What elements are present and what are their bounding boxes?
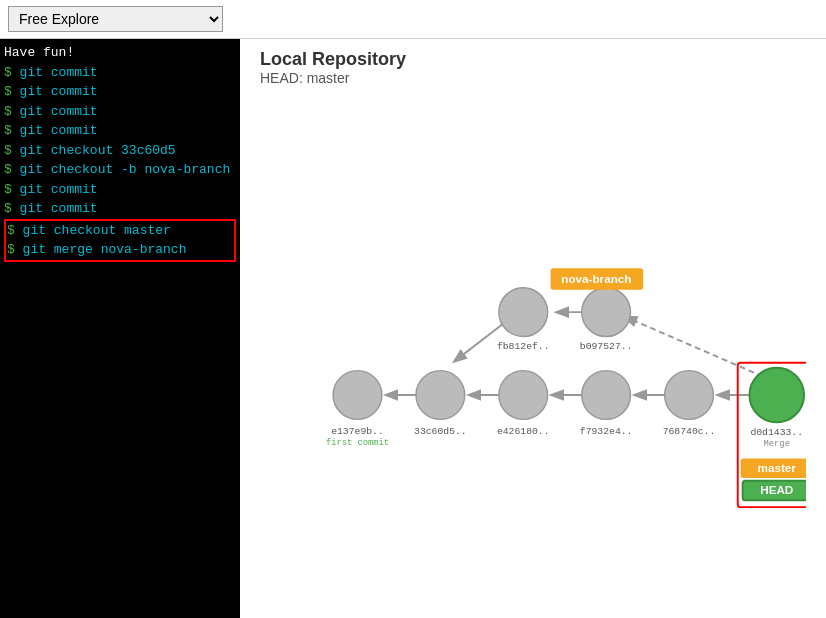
top-bar: Free Explore Guided Mode Challenge Mode: [0, 0, 826, 39]
node-fb812ef: [499, 288, 548, 337]
main-content: Have fun! $ git commit $ git commit $ gi…: [0, 39, 826, 618]
terminal-merge-nova: $ git merge nova-branch: [7, 240, 233, 260]
node-d0d1433: [749, 368, 804, 423]
node-e426180: [499, 371, 548, 420]
master-badge-text: master: [758, 461, 797, 474]
graph-area: e137e9b.. first commit 33c60d5.. e426180…: [260, 96, 806, 616]
label-fb812ef: fb812ef..: [497, 341, 550, 352]
head-badge-text: HEAD: [760, 483, 793, 496]
nova-branch-badge-text: nova-branch: [561, 272, 631, 285]
terminal-line-7: $ git commit: [4, 180, 236, 200]
repo-title: Local Repository: [260, 49, 806, 70]
label-33c60d5: 33c60d5..: [414, 426, 467, 437]
label-b097527: b097527..: [580, 341, 633, 352]
terminal-line-6: $ git checkout -b nova-branch: [4, 160, 236, 180]
sublabel-d0d1433: Merge: [764, 439, 790, 449]
terminal-panel: Have fun! $ git commit $ git commit $ gi…: [0, 39, 240, 618]
terminal-line-5: $ git checkout 33c60d5: [4, 141, 236, 161]
node-768740c: [665, 371, 714, 420]
terminal-line-2: $ git commit: [4, 82, 236, 102]
node-e137e9b: [333, 371, 382, 420]
node-f7932e4: [582, 371, 631, 420]
terminal-line-3: $ git commit: [4, 102, 236, 122]
node-b097527: [582, 288, 631, 337]
sublabel-e137e9b: first commit: [326, 438, 389, 448]
terminal-line-1: $ git commit: [4, 63, 236, 83]
label-f7932e4: f7932e4..: [580, 426, 633, 437]
git-graph-svg: e137e9b.. first commit 33c60d5.. e426180…: [260, 96, 806, 616]
terminal-highlighted-block: $ git checkout master $ git merge nova-b…: [4, 219, 236, 262]
node-33c60d5: [416, 371, 465, 420]
svg-line-7: [626, 317, 772, 380]
terminal-line-havefun: Have fun!: [4, 43, 236, 63]
mode-select[interactable]: Free Explore Guided Mode Challenge Mode: [8, 6, 223, 32]
label-e137e9b: e137e9b..: [331, 426, 384, 437]
label-768740c: 768740c..: [663, 426, 716, 437]
terminal-line-4: $ git commit: [4, 121, 236, 141]
repo-panel: Local Repository HEAD: master: [240, 39, 826, 618]
terminal-checkout-master: $ git checkout master: [7, 221, 233, 241]
terminal-line-8: $ git commit: [4, 199, 236, 219]
label-d0d1433: d0d1433..: [750, 427, 803, 438]
repo-head-label: HEAD: master: [260, 70, 806, 86]
label-e426180: e426180..: [497, 426, 550, 437]
